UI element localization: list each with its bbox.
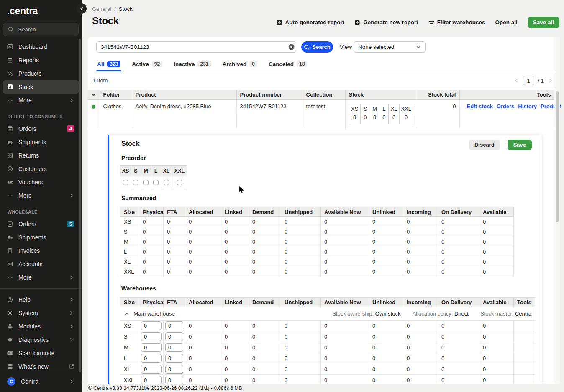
sidebar-item-invoices[interactable]: Invoices xyxy=(3,244,79,257)
auto-generated-report-button[interactable]: Auto generated report xyxy=(277,19,345,25)
preorder-checkbox-xxl[interactable] xyxy=(177,180,182,185)
value-cell: 0 xyxy=(185,321,221,331)
previous-page-button[interactable] xyxy=(513,78,519,84)
preorder-checkbox-m[interactable] xyxy=(143,180,149,185)
sidebar-item-label: Invoices xyxy=(18,247,40,254)
size-stock-value: 0 xyxy=(379,114,389,124)
preorder-checkbox-l[interactable] xyxy=(153,180,159,185)
sidebar-item-stock[interactable]: Stock xyxy=(3,80,79,94)
sidebar-item-label: Diagnostics xyxy=(18,336,49,343)
tab-all[interactable]: All323 xyxy=(97,61,120,71)
size-cell: XL xyxy=(120,257,139,267)
products-table: FolderProductProduct numberCollectionSto… xyxy=(88,90,555,129)
sidebar-item-scan-barcode[interactable]: Scan barcode xyxy=(3,346,79,360)
sidebar-item-more[interactable]: More xyxy=(3,189,79,202)
sidebar-item-orders[interactable]: Orders5 xyxy=(3,217,79,231)
value-cell: 0 xyxy=(403,364,438,375)
tab-label: Active xyxy=(132,61,149,67)
sidebar-item-products[interactable]: Products xyxy=(3,67,79,80)
size-header: M xyxy=(141,166,151,176)
fta-input[interactable] xyxy=(165,354,183,363)
tab-active[interactable]: Active92 xyxy=(132,61,162,71)
sidebar-item-customers[interactable]: Customers xyxy=(3,162,79,176)
tab-canceled[interactable]: Canceled18 xyxy=(269,61,307,71)
clear-search-button[interactable] xyxy=(288,44,295,50)
sidebar-item-vouchers[interactable]: Vouchers xyxy=(3,176,79,189)
view-select[interactable]: None selected xyxy=(354,41,426,53)
more-dots-icon xyxy=(7,97,13,103)
chevron-right-icon xyxy=(69,337,74,343)
generate-new-report-button[interactable]: Generate new report xyxy=(354,19,418,25)
tab-count-badge: 18 xyxy=(297,61,307,67)
open-all-button[interactable]: Open all xyxy=(495,19,517,25)
preorder-checkbox-xs[interactable] xyxy=(123,180,128,185)
value-cell: 0 xyxy=(438,257,479,267)
preorder-checkbox-s[interactable] xyxy=(133,180,138,185)
physical-input[interactable] xyxy=(141,321,162,330)
search-button[interactable]: Search xyxy=(301,41,333,53)
sidebar-item-system[interactable]: System xyxy=(3,306,79,320)
sidebar-item-dashboard[interactable]: Dashboard xyxy=(3,40,79,53)
save-all-button[interactable]: Save all xyxy=(528,17,559,28)
page-total: / 1 xyxy=(538,78,544,84)
product-search-input[interactable] xyxy=(96,41,296,53)
value-cell: 0 xyxy=(164,267,185,277)
button-label: Filter warehouses xyxy=(437,19,485,25)
sidebar-item-orders[interactable]: Orders4 xyxy=(3,122,79,135)
value-cell: 0 xyxy=(369,267,403,277)
sidebar-search[interactable]: Search xyxy=(3,23,79,36)
product-row[interactable]: ClothesAelfy, Denim dress, #2085 Blue341… xyxy=(88,99,554,129)
sidebar-item-shipments[interactable]: Shipments xyxy=(3,231,79,244)
next-page-button[interactable] xyxy=(548,78,554,84)
tool-link-history[interactable]: History xyxy=(518,103,537,109)
account-menu[interactable]: C Centra xyxy=(3,375,79,388)
save-button[interactable]: Save xyxy=(508,140,532,150)
physical-input[interactable] xyxy=(141,332,162,341)
fta-input[interactable] xyxy=(165,365,183,374)
physical-input[interactable] xyxy=(141,376,162,384)
chevron-up-icon xyxy=(124,311,130,317)
diagnostics-icon xyxy=(7,337,13,343)
sidebar-item-diagnostics[interactable]: Diagnostics xyxy=(3,333,79,346)
physical-input[interactable] xyxy=(141,343,162,352)
sidebar-sections: DIRECT TO CONSUMEROrders4ShipmentsReturn… xyxy=(0,107,82,284)
value-cell: 0 xyxy=(139,217,164,227)
page-number-input[interactable]: 1 xyxy=(523,76,534,85)
sidebar-item-accounts[interactable]: Accounts xyxy=(3,257,79,271)
sidebar-scrollbar[interactable] xyxy=(79,39,81,372)
tab-count-badge: 231 xyxy=(197,61,211,67)
value-cell: 0 xyxy=(249,342,281,353)
sidebar-item-modules[interactable]: Modules xyxy=(3,320,79,333)
tab-archived[interactable]: Archived0 xyxy=(223,61,257,71)
breadcrumb-general[interactable]: General xyxy=(92,6,111,12)
fta-input[interactable] xyxy=(165,343,183,352)
scrollbar-thumb[interactable] xyxy=(556,91,559,222)
view-select-value: None selected xyxy=(358,44,394,50)
sidebar-item-help[interactable]: Help xyxy=(3,293,79,306)
sidebar-item-more[interactable]: More xyxy=(3,94,79,107)
fta-input[interactable] xyxy=(165,332,183,341)
discard-button[interactable]: Discard xyxy=(469,140,500,150)
tab-inactive[interactable]: Inactive231 xyxy=(174,61,211,71)
tool-link-orders[interactable]: Orders xyxy=(497,103,515,109)
warehouse-group-row[interactable]: Main warehouseStock ownership: Own stock… xyxy=(120,307,535,321)
tool-link-edit-stock[interactable]: Edit stock xyxy=(467,103,493,109)
col-available: Available xyxy=(479,207,514,217)
chevron-right-icon xyxy=(69,275,74,280)
warehouses-table: SizePhysicalFTAAllocatedLinkedDemandUnsh… xyxy=(120,297,535,386)
tab-count-badge: 323 xyxy=(107,61,120,67)
preorder-checkbox-xl[interactable] xyxy=(164,180,169,185)
value-cell: 0 xyxy=(321,353,369,364)
fta-input[interactable] xyxy=(165,376,183,384)
invoices-icon xyxy=(7,248,13,254)
sidebar-item-returns[interactable]: Returns xyxy=(3,149,79,162)
warehouse-row: XL000000000 xyxy=(120,364,535,375)
physical-input[interactable] xyxy=(141,365,162,374)
physical-input[interactable] xyxy=(141,354,162,363)
sidebar-item-more[interactable]: More xyxy=(3,271,79,284)
collapse-sidebar-button[interactable] xyxy=(76,3,87,14)
sidebar-item-reports[interactable]: Reports xyxy=(3,53,79,67)
fta-input[interactable] xyxy=(165,321,183,330)
sidebar-item-shipments[interactable]: Shipments xyxy=(3,135,79,149)
filter-warehouses-button[interactable]: Filter warehouses xyxy=(428,19,485,25)
